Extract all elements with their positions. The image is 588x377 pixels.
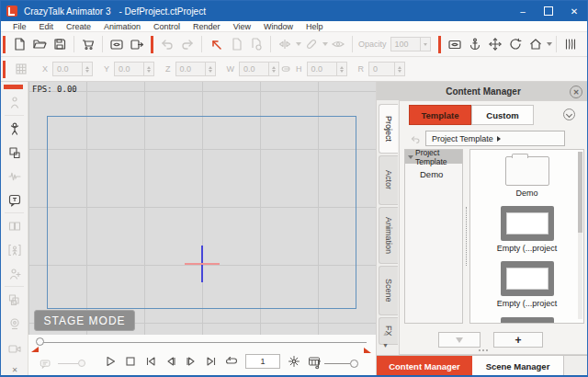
timeline-slider-handle[interactable]: [36, 337, 44, 346]
previous-frame-button[interactable]: [163, 353, 179, 370]
link-button[interactable]: [301, 34, 322, 54]
thumbnail-item[interactable]: Empty (...project: [497, 198, 558, 253]
panel-header[interactable]: Content Manager ✕: [377, 82, 588, 100]
open-project-button[interactable]: [29, 34, 50, 54]
menu-help[interactable]: Help: [300, 22, 330, 31]
home-dropdown-caret-icon[interactable]: [547, 42, 552, 46]
go-to-start-button[interactable]: [142, 353, 159, 370]
tab-custom[interactable]: Custom: [471, 105, 534, 125]
save-project-button[interactable]: [50, 34, 70, 54]
actor-tool-button[interactable]: [5, 119, 25, 139]
reset-view-button[interactable]: [526, 34, 546, 54]
h-field[interactable]: 0.0: [307, 62, 347, 76]
add-actor-tool-button[interactable]: [5, 264, 25, 284]
y-field[interactable]: 0.0: [114, 62, 154, 76]
copy-button[interactable]: [226, 34, 246, 54]
opacity-spinner[interactable]: [420, 38, 430, 51]
menu-render[interactable]: Render: [187, 22, 227, 31]
menu-animation[interactable]: Animation: [97, 22, 147, 31]
motion-capture-tool-button[interactable]: [5, 314, 25, 334]
close-button[interactable]: ✕: [561, 1, 587, 21]
menu-create[interactable]: Create: [60, 22, 97, 31]
visibility-button[interactable]: [328, 34, 348, 54]
anchor-button[interactable]: [465, 34, 485, 54]
record-tool-button[interactable]: [5, 338, 25, 359]
lipsync-toggle-button[interactable]: [38, 356, 54, 372]
w-spinner[interactable]: [268, 63, 278, 75]
loop-button[interactable]: [223, 353, 240, 370]
add-template-button[interactable]: +: [493, 332, 543, 348]
redo-button[interactable]: [177, 34, 198, 54]
volume-slider-handle[interactable]: [350, 360, 358, 368]
apply-template-button[interactable]: [438, 332, 481, 348]
scrollbar-thumb[interactable]: [578, 152, 582, 233]
paste-button[interactable]: [246, 34, 266, 54]
collapse-chevron-icon[interactable]: [563, 109, 575, 120]
thumbnail-item[interactable]: Empty (...project: [497, 253, 558, 308]
y-spinner[interactable]: [143, 63, 153, 75]
tab-content-manager[interactable]: Content Manager: [377, 356, 472, 377]
tabs-scroll-down-icon[interactable]: ▼: [382, 342, 389, 348]
wh-link-icon[interactable]: [279, 59, 294, 79]
w-field[interactable]: 0.0: [239, 62, 279, 76]
panel-close-icon[interactable]: ✕: [570, 86, 582, 98]
thumbnail-item[interactable]: Demo: [505, 156, 549, 198]
rotate-view-button[interactable]: [505, 34, 526, 54]
content-store-button[interactable]: [78, 34, 98, 54]
collect-tool-button[interactable]: [5, 290, 25, 310]
thumbnail-scrollbar[interactable]: [578, 152, 582, 319]
tree-expand-icon[interactable]: [408, 155, 413, 159]
stage-canvas[interactable]: FPS: 0.00 STAGE MODE: [28, 82, 376, 335]
undo-button[interactable]: [157, 34, 177, 54]
tab-actor[interactable]: Actor: [379, 155, 398, 205]
menu-control[interactable]: Control: [147, 22, 187, 31]
render-style-button[interactable]: [286, 353, 302, 370]
tab-animation[interactable]: Animation: [379, 207, 398, 264]
breadcrumb-dropdown[interactable]: Project Template: [425, 131, 565, 146]
next-frame-button[interactable]: [183, 353, 199, 370]
preview-button[interactable]: [107, 34, 127, 54]
lipsync-slider-track[interactable]: [58, 363, 78, 364]
tab-scene[interactable]: Scene: [379, 266, 398, 315]
tabs-scroll-up-icon[interactable]: ▲: [382, 330, 389, 337]
project-thumbnail-partial[interactable]: [501, 317, 554, 323]
new-project-button[interactable]: [9, 34, 29, 54]
pivot-grid-button[interactable]: [11, 59, 31, 79]
stop-button[interactable]: [122, 353, 139, 370]
audio-tool-button[interactable]: [5, 166, 25, 187]
minimize-button[interactable]: –: [510, 1, 536, 21]
r-spinner[interactable]: [394, 63, 404, 75]
audio-volume-button[interactable]: [309, 356, 325, 372]
composer-tool-button[interactable]: [5, 240, 25, 260]
character-tool-button[interactable]: [5, 93, 25, 113]
curtain-button[interactable]: [560, 34, 581, 54]
export-button[interactable]: [127, 34, 147, 54]
prop-tool-button[interactable]: [5, 143, 25, 163]
tab-project[interactable]: Project: [379, 104, 398, 154]
opacity-field[interactable]: 100: [390, 37, 431, 51]
lipsync-slider-handle[interactable]: [78, 360, 85, 367]
current-frame-field[interactable]: 1: [245, 354, 280, 369]
flip-button[interactable]: [275, 34, 295, 54]
tab-scene-manager[interactable]: Scene Manager: [472, 356, 564, 377]
x-spinner[interactable]: [82, 63, 92, 75]
menu-window[interactable]: Window: [257, 22, 300, 31]
go-to-end-button[interactable]: [203, 353, 220, 370]
menu-view[interactable]: View: [227, 22, 257, 31]
maximize-button[interactable]: [536, 1, 561, 21]
play-range-start-marker[interactable]: [31, 347, 39, 352]
text-tool-button[interactable]: [5, 190, 25, 211]
tab-template[interactable]: Template: [409, 105, 471, 125]
tree-item-demo[interactable]: Demo: [405, 164, 462, 179]
menu-file[interactable]: File: [6, 22, 33, 31]
pan-button[interactable]: [485, 34, 505, 54]
panel-splitter-grip[interactable]: [472, 349, 494, 352]
z-spinner[interactable]: [205, 63, 215, 75]
volume-slider-track[interactable]: [324, 363, 350, 364]
select-tool-button[interactable]: [206, 34, 226, 54]
menu-edit[interactable]: Edit: [33, 22, 61, 31]
scene-tool-button[interactable]: [5, 216, 25, 236]
play-range-end-marker[interactable]: [364, 348, 371, 353]
tree-splitter[interactable]: [463, 149, 469, 324]
z-field[interactable]: 0.0: [175, 62, 216, 76]
